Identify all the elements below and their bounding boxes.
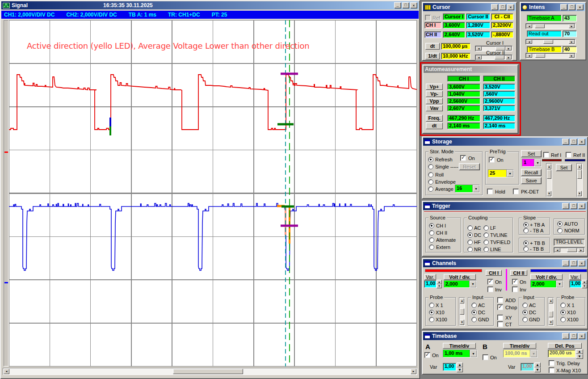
minimize-button[interactable]: _ [562, 260, 569, 266]
delpos-value[interactable]: 200,00 us [548, 350, 575, 358]
input-right-gnd-radio[interactable] [522, 317, 528, 322]
ch2-position-scrollbar[interactable] [548, 297, 554, 326]
scroll-thumb[interactable] [577, 170, 582, 179]
slope-minus-tbb-radio[interactable] [523, 246, 529, 252]
minimize-button[interactable]: _ [562, 203, 569, 209]
coupling-dc-radio[interactable] [467, 232, 473, 238]
slider-thumb[interactable] [535, 54, 545, 58]
input-left-gnd-radio[interactable] [471, 317, 477, 322]
hold-checkbox[interactable] [487, 189, 493, 194]
ch2-ground-marker[interactable] [4, 282, 8, 283]
slider-right[interactable] [569, 40, 575, 44]
cursor2-slider-right[interactable] [506, 55, 512, 59]
cursor1-slider-right[interactable] [506, 46, 512, 51]
chop-checkbox[interactable] [497, 304, 503, 310]
timebase-titlebar[interactable]: Timebase _ □ ✕ [423, 332, 587, 340]
var-right-spinner[interactable] [582, 280, 587, 288]
slider-thumb[interactable] [543, 40, 553, 44]
close-button[interactable]: ✕ [576, 4, 584, 10]
source-ch1-radio[interactable] [429, 223, 434, 228]
maximize-button[interactable]: □ [570, 333, 577, 339]
spin-up[interactable] [457, 362, 463, 367]
spin-up[interactable] [437, 280, 442, 284]
pretrig-on-checkbox[interactable] [489, 157, 495, 163]
scroll-thumb[interactable] [173, 369, 243, 374]
reset-button[interactable]: Reset [459, 163, 480, 170]
minimize-button[interactable]: _ [562, 333, 569, 339]
slider-thumb[interactable] [535, 24, 545, 28]
input-left-dc-radio[interactable] [471, 310, 477, 315]
ref-checkbox[interactable] [425, 15, 431, 21]
var-a-value[interactable]: 1,00 [443, 363, 456, 371]
xy-checkbox[interactable] [497, 315, 503, 320]
slope-plus-tba-radio[interactable] [523, 222, 529, 227]
timebase-b-on-checkbox[interactable] [483, 354, 488, 360]
slider-right[interactable] [569, 54, 575, 58]
slider-left[interactable] [526, 24, 532, 28]
scroll-thumb[interactable] [460, 308, 464, 315]
dropdown-button[interactable] [556, 281, 563, 287]
spin-down[interactable] [437, 284, 442, 289]
ch1-position-scrollbar[interactable] [459, 297, 465, 326]
close-button[interactable]: ✕ [578, 203, 585, 209]
average-radio[interactable] [428, 186, 433, 192]
scroll-down[interactable] [460, 320, 464, 325]
coupling-nr-radio[interactable] [467, 247, 473, 252]
scroll-up[interactable] [577, 164, 582, 169]
minimize-button[interactable]: _ [394, 2, 401, 8]
coupling-lf-radio[interactable] [483, 225, 489, 231]
dropdown-button[interactable] [472, 185, 479, 192]
coupling-tvline-radio[interactable] [483, 232, 489, 238]
scroll-down[interactable] [547, 191, 551, 196]
close-button[interactable]: ✕ [578, 260, 585, 266]
maximize-button[interactable]: □ [570, 139, 577, 145]
average-count-combo[interactable]: 16 [455, 185, 480, 193]
coupling-tvfield-radio[interactable] [483, 240, 489, 245]
spin-up[interactable] [576, 349, 583, 354]
probe-left-x10-radio[interactable] [429, 310, 434, 315]
channels-titlebar[interactable]: Channels _ □ ✕ [423, 259, 587, 267]
memory-combo[interactable]: 1 [522, 159, 542, 167]
trg-level-slider[interactable] [554, 247, 585, 253]
cursor-titlebar[interactable]: Cursor _ □ ✕ [423, 3, 516, 11]
slider-left[interactable] [526, 54, 532, 58]
coupling-line-radio[interactable] [483, 247, 489, 252]
cursor2-slider[interactable] [475, 55, 512, 60]
cursor2-slider-thumb[interactable] [495, 55, 504, 59]
maximize-button[interactable]: □ [499, 4, 506, 10]
ref1-checkbox[interactable] [543, 152, 549, 158]
timebase-b-intens-slider[interactable] [525, 53, 575, 59]
ch1-inv-checkbox[interactable] [487, 286, 493, 292]
scroll-up[interactable] [460, 298, 464, 303]
var-left-spinner[interactable] [437, 280, 442, 288]
coupling-hf-radio[interactable] [467, 240, 473, 245]
probe-right-x100-radio[interactable] [560, 317, 566, 322]
intens-titlebar[interactable]: Intens _ □ ✕ [521, 3, 585, 11]
voltdiv-left-value[interactable]: 2,000 [444, 281, 469, 287]
add-checkbox[interactable] [497, 297, 503, 303]
storage-titlebar[interactable]: Storage _ □ ✕ [423, 138, 587, 146]
delpos-spinner[interactable] [576, 349, 583, 358]
dropdown-button[interactable] [470, 350, 477, 357]
slope-minus-tba-radio[interactable] [523, 228, 529, 233]
var-right-value[interactable]: 1,00 [569, 280, 582, 288]
single-radio[interactable] [428, 164, 433, 169]
probe-right-x1-radio[interactable] [560, 303, 566, 308]
signal-titlebar[interactable]: Signal 16:35:35 30.11.2025 _ □ ✕ [1, 1, 419, 9]
ref2-checkbox[interactable] [566, 152, 571, 158]
input-right-dc-radio[interactable] [522, 310, 528, 315]
cursor2-slider-left[interactable] [476, 55, 482, 59]
maximize-button[interactable]: □ [402, 2, 409, 8]
pretrig-value[interactable]: 25 [488, 170, 506, 177]
ref2-scrollbar[interactable] [576, 163, 583, 197]
ct-checkbox[interactable] [497, 321, 503, 327]
voltdiv-left-combo[interactable]: 2,000 [444, 280, 477, 288]
ref-set-button[interactable]: Set [556, 164, 572, 171]
timebase-a-intens-slider[interactable] [525, 23, 575, 29]
xmag-checkbox[interactable] [549, 367, 554, 373]
ref1-scrollbar[interactable] [546, 163, 552, 197]
dropdown-button[interactable] [469, 281, 476, 287]
maximize-button[interactable]: □ [570, 203, 577, 209]
slider-right[interactable] [569, 24, 575, 28]
trig-delay-checkbox[interactable] [549, 360, 554, 366]
